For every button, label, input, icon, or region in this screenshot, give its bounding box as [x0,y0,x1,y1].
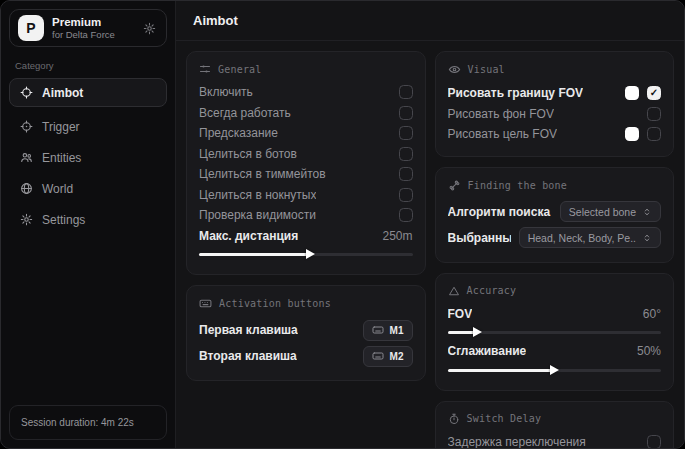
slider-thumb[interactable] [550,365,559,375]
draw-fov-target-checkbox[interactable] [647,127,661,141]
draw-fov-border-checkbox[interactable]: ✓ [647,86,661,100]
dropdown-value: Head, Neck, Body, Pe.. [528,232,636,244]
visual-row: Рисовать цель FOV [448,124,662,145]
gear-icon [143,22,156,35]
visibility-check-checkbox[interactable] [399,208,413,222]
setting-label: Первая клавиша [199,323,298,337]
accuracy-card: Accuracy FOV 60° Сглаживание 50% [435,273,675,391]
keyboard-icon [199,297,212,310]
controls [647,107,661,121]
slider-value: 50% [637,344,661,358]
switch-delay-card-title: Switch Delay [448,413,662,425]
slider-fill [199,253,310,256]
app-window: P Premium for Delta Force Category Aimbo… [0,0,685,449]
visual-row: Рисовать границу FOV ✓ [448,83,662,104]
slider-thumb[interactable] [306,249,315,259]
bone-algorithm-dropdown[interactable]: Selected bone [560,201,661,222]
switch-delay-checkbox[interactable] [647,435,661,448]
visual-card: Visual Рисовать границу FOV ✓ Рисовать ф… [435,51,675,157]
card-title-label: General [218,64,262,75]
setting-row: Целиться в нокнутых [199,185,413,206]
right-column: Visual Рисовать границу FOV ✓ Рисовать ф… [435,51,675,438]
fov-target-color-swatch[interactable] [625,127,639,141]
main-panel: Aimbot General Включить [176,1,684,448]
slider-value: 60° [643,307,661,321]
bone-card-title: Finding the bone [448,179,662,192]
setting-row: Проверка видимости [199,205,413,226]
always-work-checkbox[interactable] [399,106,413,120]
globe-icon [20,182,33,195]
brand-title: Premium [52,15,133,29]
accuracy-card-title: Accuracy [448,285,662,297]
slider-header-row: Сглаживание 50% [448,341,662,362]
brand-subtitle: for Delta Force [52,29,133,41]
dropdown-row: Выбранные кос Head, Neck, Body, Pe.. [448,225,662,251]
activation-card: Activation buttons Первая клавиша M1 Вто… [186,285,426,381]
card-title-label: Visual [468,64,505,75]
enable-checkbox[interactable] [399,85,413,99]
sidebar-item-settings[interactable]: Settings [9,205,167,234]
activation-card-title: Activation buttons [199,297,413,310]
keyboard-icon [372,324,384,336]
second-key-button[interactable]: M2 [363,346,413,367]
sidebar-item-label: Trigger [42,120,80,134]
setting-label: Рисовать цель FOV [448,127,558,141]
brand-logo: P [18,15,44,41]
slider-value: 250m [382,229,412,243]
brand-card: P Premium for Delta Force [9,9,167,47]
card-title-label: Accuracy [467,285,517,296]
timer-icon [448,413,460,425]
keybind-value: M1 [390,325,404,336]
setting-row: Задержка переключения [448,432,662,449]
setting-row: Предсказание [199,123,413,144]
prediction-checkbox[interactable] [399,126,413,140]
category-label: Category [15,60,161,71]
controls [625,127,661,141]
controls: ✓ [625,86,661,100]
card-title-label: Finding the bone [468,180,568,191]
fov-slider[interactable] [448,326,662,338]
setting-label: Задержка переключения [448,435,586,448]
setting-label: Всегда работать [199,106,291,120]
target-teammates-checkbox[interactable] [399,167,413,181]
target-knocked-checkbox[interactable] [399,188,413,202]
sidebar-item-aimbot[interactable]: Aimbot [9,78,167,107]
sidebar-item-label: Settings [42,213,85,227]
target-bots-checkbox[interactable] [399,147,413,161]
first-key-button[interactable]: M1 [363,320,413,341]
setting-label: Целиться в тиммейтов [199,167,326,181]
max-distance-slider[interactable] [199,248,413,260]
keybind-row: Первая клавиша M1 [199,317,413,343]
sidebar-item-label: World [42,182,73,196]
setting-label: Включить [199,85,253,99]
entities-icon [20,151,33,164]
setting-label: Рисовать границу FOV [448,86,584,100]
content: General Включить Всегда работать Предска… [176,41,684,448]
setting-label: Проверка видимости [199,208,316,222]
setting-row: Целиться в ботов [199,144,413,165]
setting-label: Алгоритм поиска кост [448,205,552,219]
triangle-icon [448,285,460,297]
card-title-label: Activation buttons [219,298,331,309]
keybind-value: M2 [390,351,404,362]
draw-fov-background-checkbox[interactable] [647,107,661,121]
slider-thumb[interactable] [473,327,482,337]
page-title: Aimbot [193,13,238,28]
selected-bones-dropdown[interactable]: Head, Neck, Body, Pe.. [519,227,661,248]
visual-card-title: Visual [448,63,662,76]
setting-label: Рисовать фон FOV [448,107,554,121]
sidebar: P Premium for Delta Force Category Aimbo… [1,1,176,448]
chevron-updown-icon [642,207,652,217]
sidebar-item-trigger[interactable]: Trigger [9,112,167,141]
sidebar-item-entities[interactable]: Entities [9,143,167,172]
sidebar-item-label: Entities [42,151,81,165]
fov-border-color-swatch[interactable] [625,86,639,100]
brand-settings-button[interactable] [141,20,158,37]
gear-icon [20,213,33,226]
setting-label: Предсказание [199,126,278,140]
dropdown-row: Алгоритм поиска кост Selected bone [448,199,662,225]
sidebar-item-world[interactable]: World [9,174,167,203]
setting-label: FOV [448,307,473,321]
smoothing-slider[interactable] [448,364,662,376]
setting-row: Всегда работать [199,103,413,124]
